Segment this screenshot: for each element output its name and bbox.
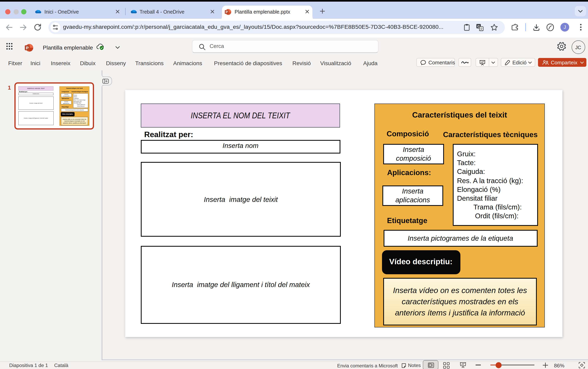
svg-text:P: P bbox=[26, 46, 29, 50]
